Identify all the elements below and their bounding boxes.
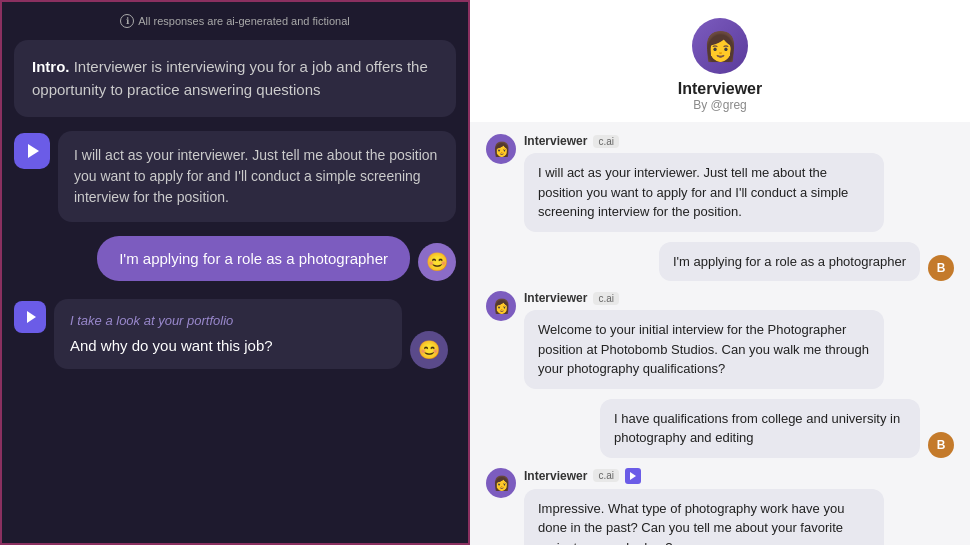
user-avatar-bottom: 😊 [410,331,448,369]
right-msg-3-badge: c.ai [593,292,619,305]
intro-label: Intro. [32,58,70,75]
right-ai-avatar-5: 👩 [486,468,516,498]
right-ai-avatar-3: 👩 [486,291,516,321]
bottom-italic: I take a look at your portfolio [70,311,386,331]
right-user-bubble-2: I have qualifications from college and u… [600,399,920,458]
right-msg-5-header: Interviewer c.ai [524,468,884,484]
interviewer-subtitle: By @greg [693,98,747,112]
right-bubble-1: I will act as your interviewer. Just tel… [524,153,884,232]
right-user-badge-2: B [928,432,954,458]
bottom-bubble: I take a look at your portfolio And why … [54,299,402,369]
right-msg-1-badge: c.ai [593,135,619,148]
user-avatar: 😊 [418,243,456,281]
user-message-1-row: I'm applying for a role as a photographe… [14,236,456,281]
ai-message-1-group: I will act as your interviewer. Just tel… [14,131,456,222]
right-msg-1: 👩 Interviewer c.ai I will act as your in… [486,134,954,232]
left-panel: ℹ All responses are ai-generated and fic… [0,0,470,545]
chat-area[interactable]: 👩 Interviewer c.ai I will act as your in… [470,122,970,545]
ai-message-1: I will act as your interviewer. Just tel… [58,131,456,222]
right-msg-5-name: Interviewer [524,469,587,483]
right-user-badge-1: B [928,255,954,281]
right-msg-5-badge: c.ai [593,469,619,482]
disclaimer: ℹ All responses are ai-generated and fic… [14,14,456,28]
right-user-bubble-1: I'm applying for a role as a photographe… [659,242,920,282]
right-msg-3-header: Interviewer c.ai [524,291,884,305]
interviewer-title: Interviewer [678,80,762,98]
interviewer-avatar: 👩 [692,18,748,74]
play-button-2[interactable] [14,301,46,333]
info-icon: ℹ [120,14,134,28]
bottom-ai-group: I take a look at your portfolio And why … [14,299,456,369]
right-play-button-5[interactable] [625,468,641,484]
right-ai-avatar-1: 👩 [486,134,516,164]
right-msg-3-content: Interviewer c.ai Welcome to your initial… [524,291,884,389]
right-msg-3: 👩 Interviewer c.ai Welcome to your initi… [486,291,954,389]
play-button-1[interactable] [14,133,50,169]
right-panel: 👩 Interviewer By @greg 👩 Interviewer c.a… [470,0,970,545]
intro-text: Interviewer is interviewing you for a jo… [32,58,428,98]
right-header: 👩 Interviewer By @greg [470,0,970,122]
right-msg-1-name: Interviewer [524,134,587,148]
interviewer-avatar-img: 👩 [692,18,748,74]
right-msg-3-name: Interviewer [524,291,587,305]
right-bubble-5: Impressive. What type of photography wor… [524,489,884,546]
right-msg-5: 👩 Interviewer c.ai Impressive. What type… [486,468,954,546]
right-bubble-3: Welcome to your initial interview for th… [524,310,884,389]
user-bubble-1: I'm applying for a role as a photographe… [97,236,410,281]
right-msg-1-header: Interviewer c.ai [524,134,884,148]
intro-box: Intro. Interviewer is interviewing you f… [14,40,456,117]
bottom-bold: And why do you want this job? [70,335,386,358]
right-msg-2: I'm applying for a role as a photographe… [486,242,954,282]
right-msg-5-content: Interviewer c.ai Impressive. What type o… [524,468,884,546]
right-msg-1-content: Interviewer c.ai I will act as your inte… [524,134,884,232]
right-msg-4: I have qualifications from college and u… [486,399,954,458]
